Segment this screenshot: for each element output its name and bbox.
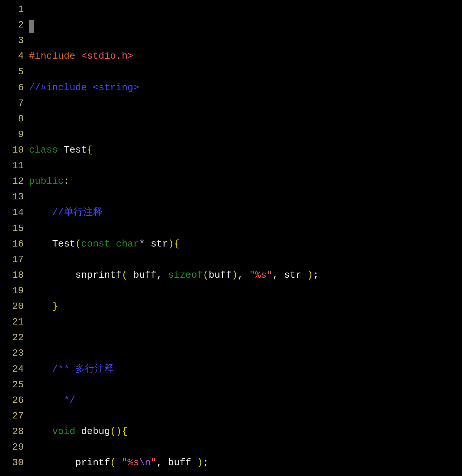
line-number: 30 xyxy=(0,455,24,470)
access-specifier: public xyxy=(29,176,64,187)
escape-sequence: \n xyxy=(139,457,150,468)
brace: { xyxy=(174,238,180,250)
line-number: 20 xyxy=(0,299,24,314)
system-header: <stdio.h> xyxy=(81,50,133,62)
line-number: 25 xyxy=(0,377,24,392)
code-line[interactable] xyxy=(29,17,462,33)
code-line[interactable]: void debug(){ xyxy=(29,424,462,439)
code-line[interactable] xyxy=(29,330,462,345)
line-number: 27 xyxy=(0,408,24,424)
line-number: 15 xyxy=(0,221,24,236)
code-area[interactable]: #include <stdio.h> //#include <string> c… xyxy=(29,1,462,476)
comment: //#include <string> xyxy=(29,82,139,93)
line-number: 23 xyxy=(0,345,24,361)
line-number: 6 xyxy=(0,80,24,95)
line-number: 18 xyxy=(0,267,24,283)
line-number: 26 xyxy=(0,392,24,408)
line-number: 1 xyxy=(0,1,24,17)
string: "%s" xyxy=(249,270,272,281)
code-line[interactable]: */ xyxy=(29,392,462,408)
brace: { xyxy=(87,144,93,156)
code-line[interactable] xyxy=(29,111,462,127)
line-number: 8 xyxy=(0,111,24,127)
line-number: 21 xyxy=(0,314,24,330)
paren: ) xyxy=(168,238,174,250)
keyword: char xyxy=(116,238,139,250)
identifier: Test xyxy=(64,144,87,156)
line-number: 14 xyxy=(0,205,24,220)
code-line[interactable]: #include <stdio.h> xyxy=(29,48,462,64)
line-number: 24 xyxy=(0,361,24,377)
brace: } xyxy=(52,301,58,312)
code-line[interactable]: snprintf( buff, sizeof(buff), "%s", str … xyxy=(29,267,462,283)
line-number: 17 xyxy=(0,252,24,267)
preprocessor: #include xyxy=(29,50,81,62)
line-number: 10 xyxy=(0,142,24,158)
line-number: 13 xyxy=(0,189,24,205)
line-number: 5 xyxy=(0,64,24,79)
line-number: 3 xyxy=(0,33,24,48)
paren: ( xyxy=(75,238,81,250)
comment: /** 多行注释 xyxy=(52,363,114,375)
line-number: 7 xyxy=(0,95,24,111)
code-line[interactable]: //单行注释 xyxy=(29,205,462,220)
code-line[interactable]: printf( "%s\n", buff ); xyxy=(29,455,462,470)
comment: //单行注释 xyxy=(52,207,102,218)
colon: : xyxy=(64,176,70,187)
code-line[interactable]: class Test{ xyxy=(29,142,462,158)
code-line[interactable]: /** 多行注释 xyxy=(29,361,462,377)
line-number-gutter: 1234567891011121314151617181920212223242… xyxy=(0,1,29,476)
line-number: 19 xyxy=(0,283,24,299)
code-line[interactable]: //#include <string> xyxy=(29,80,462,95)
text-cursor xyxy=(29,20,34,33)
identifier: Test xyxy=(52,238,75,250)
comment: */ xyxy=(64,395,75,406)
line-number: 4 xyxy=(0,48,24,64)
line-number: 16 xyxy=(0,236,24,252)
code-editor[interactable]: 1234567891011121314151617181920212223242… xyxy=(0,1,462,476)
line-number: 28 xyxy=(0,424,24,439)
code-line[interactable]: public: xyxy=(29,173,462,189)
line-number: 2 xyxy=(0,17,24,33)
line-number: 11 xyxy=(0,158,24,173)
line-number: 9 xyxy=(0,127,24,142)
code-line[interactable]: Test(const char* str){ xyxy=(29,236,462,252)
keyword: class xyxy=(29,144,64,156)
keyword: const xyxy=(81,238,116,250)
code-line[interactable]: } xyxy=(29,299,462,314)
line-number: 12 xyxy=(0,173,24,189)
line-number: 22 xyxy=(0,330,24,345)
line-number: 29 xyxy=(0,439,24,455)
